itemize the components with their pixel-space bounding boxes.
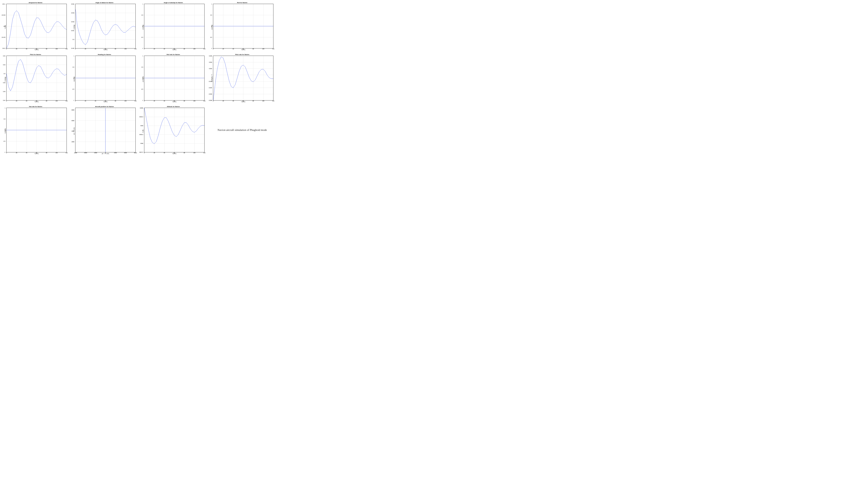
y-tick-label: 0.504 (71, 3, 74, 5)
y-tick-label: -0.008 (209, 100, 212, 101)
plot-axes: 020406080100120-1-0.500.51 (6, 108, 67, 152)
y-tick-label: 0.002 (209, 68, 212, 69)
x-tick-label: 100 (56, 100, 58, 102)
chart-alpha: Angle of attack for Navionα (deg)0204060… (73, 2, 135, 51)
x-tick-label: 40 (164, 100, 165, 102)
x-tick-label: 80 (46, 48, 47, 50)
y-tick-label: 0 (143, 26, 143, 27)
y-tick-label: 0.503 (71, 12, 74, 13)
y-tick-label: 0.5 (72, 39, 74, 40)
chart-title: Yaw rate for Navion (4, 106, 67, 107)
x-tick-label: 60 (105, 100, 106, 102)
x-tick-label: 120 (134, 48, 136, 50)
x-tick-label: 120 (203, 48, 206, 50)
x-tick-label: 100 (124, 48, 127, 50)
y-tick-label: 0.46 (3, 91, 5, 92)
y-tick-label: 0.5 (4, 119, 5, 120)
plot-axes: -6000-4000-20000200040006000200040006000… (75, 108, 135, 152)
x-tick-label: 20 (16, 100, 17, 102)
plot-axes: 020406080100120-0.008-0.006-0.004-0.0020… (213, 56, 273, 100)
x-tick-label: 40 (232, 100, 234, 102)
plot-axes: 0204060801001200.4990.50.5010.5020.5030.… (75, 4, 135, 48)
y-tick-label: 9997.5 (140, 152, 143, 153)
y-tick-label: -0.002 (209, 80, 212, 82)
x-tick-label: 0 (6, 100, 7, 102)
x-tick-label: 20 (222, 48, 224, 50)
y-tick-label: 0.5 (142, 66, 143, 68)
x-tick-label: 120 (65, 152, 68, 154)
x-tick-label: 0 (75, 48, 76, 50)
x-tick-label: 20 (154, 48, 155, 50)
y-tick-label: 0.48 (3, 82, 5, 83)
x-tick-label: 60 (243, 48, 244, 50)
y-tick-label: -0.5 (3, 140, 5, 142)
x-tick-label: 100 (193, 48, 195, 50)
x-tick-label: 0 (144, 48, 145, 50)
plot-axes: 0204060801001200.440.460.480.50.520.54 (6, 56, 67, 100)
y-tick-label: 134.95 (2, 37, 5, 38)
y-tick-label: -1 (142, 48, 143, 49)
x-tick-label: 120 (65, 48, 68, 50)
plot-axes: 020406080100120-1-0.500.51 (144, 4, 205, 48)
y-tick-label: 1 (143, 55, 143, 57)
chart-position: Aircraft position for Navionxe -> N (m)-… (73, 106, 135, 154)
y-tick-label: 8000 (71, 109, 74, 110)
plot-axes: 020406080100120134.9134.95135135.05135.1 (6, 4, 67, 48)
x-tick-label: 100 (262, 100, 265, 102)
x-tick-label: 40 (95, 100, 96, 102)
x-tick-label: 80 (115, 48, 116, 50)
x-tick-label: 60 (174, 100, 175, 102)
x-tick-label: 60 (174, 152, 175, 154)
y-tick-label: 9998.5 (140, 134, 143, 135)
x-tick-label: 0 (6, 152, 7, 154)
x-tick-label: 80 (184, 100, 185, 102)
plot-axes: 020406080100120-1-0.500.51 (75, 56, 135, 100)
x-tick-label: 80 (115, 100, 116, 102)
x-tick-label: 20 (16, 152, 17, 154)
x-tick-label: 120 (65, 100, 68, 102)
x-tick-label: 60 (243, 100, 244, 102)
x-tick-label: 0 (144, 100, 145, 102)
y-tick-label: 4000 (71, 130, 74, 132)
chart-title: Roll for Navion (211, 2, 273, 3)
x-tick-label: -2000 (94, 152, 97, 154)
x-tick-label: 100 (124, 100, 127, 102)
chart-title: Airspeed for Navion (4, 2, 67, 3)
y-tick-label: 0.5 (142, 14, 143, 16)
y-tick-label: 135 (3, 26, 5, 27)
x-tick-label: 2000 (114, 152, 117, 154)
y-tick-label: -1 (211, 48, 212, 49)
x-tick-label: 60 (105, 48, 106, 50)
y-tick-label: 0.502 (71, 21, 74, 23)
y-tick-label: 0 (211, 74, 212, 75)
data-series (75, 9, 135, 45)
x-tick-label: -4000 (84, 152, 87, 154)
x-tick-label: 6000 (134, 152, 137, 154)
chart-title: Altitude for Navion (142, 106, 205, 107)
plot-axes: 020406080100120-1-0.500.51 (213, 4, 273, 48)
x-tick-label: 0 (75, 100, 76, 102)
data-series (144, 108, 204, 144)
x-tick-label: 0 (213, 48, 214, 50)
y-tick-label: 135.1 (2, 3, 5, 5)
chart-roll: Roll for Navionφ (deg)020406080100120-1-… (211, 2, 273, 51)
x-tick-label: 100 (193, 152, 195, 154)
x-tick-label: 80 (46, 152, 47, 154)
chart-title: Pitch for Navion (4, 54, 67, 55)
y-tick-label: 135.05 (2, 14, 5, 16)
y-tick-label: -1 (4, 152, 5, 153)
x-tick-label: 40 (95, 48, 96, 50)
y-tick-label: -0.5 (210, 37, 212, 38)
y-tick-label: 1 (211, 3, 212, 5)
y-tick-label: 0.501 (71, 30, 74, 31)
y-tick-label: 9998 (140, 142, 143, 144)
data-series (213, 57, 273, 100)
y-tick-label: -0.006 (209, 93, 212, 95)
y-tick-label: 0 (211, 26, 212, 27)
x-tick-label: 20 (154, 100, 155, 102)
chart-beta: Angle of sideslip for Navionβ (deg)02040… (142, 2, 205, 51)
x-tick-label: 20 (16, 48, 17, 50)
chart-title: Aircraft position for Navion (73, 106, 135, 107)
x-tick-label: -6000 (74, 152, 77, 154)
x-tick-label: 100 (56, 152, 58, 154)
